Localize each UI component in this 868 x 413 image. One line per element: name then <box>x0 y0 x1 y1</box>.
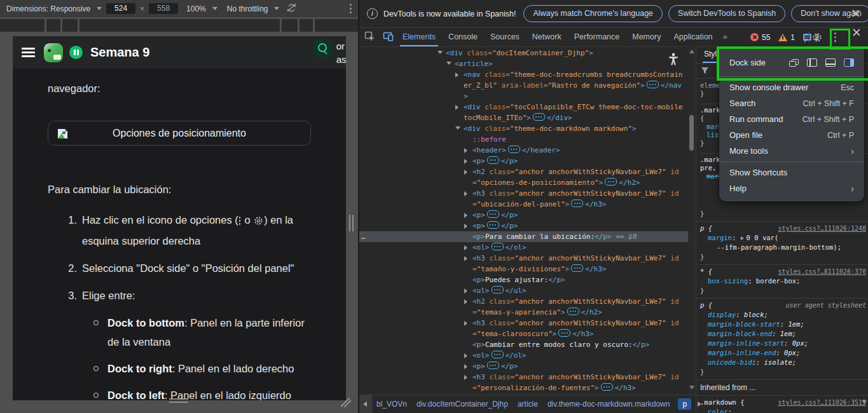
viewport-width-input[interactable]: 524 <box>106 3 135 14</box>
error-count[interactable]: 55 <box>762 33 770 42</box>
tree-row[interactable]: <p></p> <box>359 220 696 231</box>
media-query-bar[interactable] <box>0 18 358 33</box>
pause-badge-icon[interactable] <box>69 46 83 59</box>
tree-row[interactable]: <p></p> <box>359 156 696 166</box>
scrollbar-thumb[interactable] <box>689 115 694 151</box>
device-toolbar-menu-icon[interactable] <box>350 4 352 13</box>
tree-row[interactable]: <div class="theme-doc-markdown markdown"… <box>359 123 696 134</box>
expand-inline-icon[interactable] <box>533 113 545 121</box>
css-rule[interactable]: .markdown {styles.css?…111026:3515color:… <box>696 395 868 413</box>
media-query-segment[interactable] <box>315 19 358 32</box>
expand-inline-icon[interactable] <box>492 243 504 250</box>
menu-item-more-tools[interactable]: More tools› <box>719 143 864 159</box>
menu-item-open-file[interactable]: Open fileCtrl + P <box>719 127 864 143</box>
media-query-segment[interactable] <box>0 19 45 32</box>
throttling-select[interactable]: No throttling <box>227 4 268 13</box>
menu-item-show-shortcuts[interactable]: Show Shortcuts <box>719 165 864 180</box>
viewport-height-input[interactable]: 558 <box>149 3 178 14</box>
tree-row[interactable]: ::before <box>359 134 696 145</box>
scroll-down-icon[interactable] <box>689 386 694 389</box>
tree-row[interactable]: <header></header> <box>359 145 696 156</box>
infobar-button[interactable]: Switch DevTools to Spanish <box>668 5 785 22</box>
tree-row[interactable]: <ol></ol> <box>359 350 696 361</box>
media-query-segment[interactable] <box>300 19 313 32</box>
expand-inline-icon[interactable] <box>492 286 504 294</box>
stylesheet-link[interactable]: styles.css?…8111026:370 <box>778 267 866 276</box>
tree-row[interactable]: <div class="docItemContainer_Djhp"> <box>359 48 696 58</box>
expand-inline-icon[interactable] <box>492 351 504 358</box>
expand-inline-icon[interactable] <box>487 210 499 218</box>
expand-inline-icon[interactable] <box>487 362 499 369</box>
expand-arrow-icon[interactable] <box>464 299 467 304</box>
inspect-element-icon[interactable] <box>364 31 376 46</box>
stylesheet-link[interactable]: styles.css?…111026:3515 <box>778 398 866 407</box>
tab-console[interactable]: Console <box>442 28 484 46</box>
menu-item-show-console-drawer[interactable]: Show console drawerEsc <box>719 79 864 95</box>
settings-gear-icon[interactable] <box>812 28 822 46</box>
expand-arrow-icon[interactable] <box>464 170 467 175</box>
elements-scrollbar[interactable] <box>688 46 696 395</box>
tab-sources[interactable]: Sources <box>484 28 526 46</box>
tree-row[interactable]: <h3 class="anchor anchorWithStickyNavbar… <box>359 372 696 393</box>
breadcrumb-clipped[interactable]: bl_VOVn <box>376 400 407 409</box>
infobar-button[interactable]: Always match Chrome's language <box>523 5 663 22</box>
expand-inline-icon[interactable] <box>571 200 583 207</box>
expand-inline-icon[interactable] <box>508 146 520 153</box>
tree-row[interactable]: <p>Cambiar entre modos claro y oscuro:</… <box>359 339 696 350</box>
css-rule[interactable]: } <box>696 207 868 221</box>
media-query-segment[interactable] <box>46 19 60 32</box>
zoom-select[interactable]: 100% <box>186 4 206 13</box>
scroll-up-icon[interactable] <box>689 50 694 53</box>
expand-arrow-icon[interactable] <box>464 245 467 250</box>
tree-row[interactable]: <nav class="theme-doc-breadcrumbs breadc… <box>359 69 696 102</box>
expand-inline-icon[interactable] <box>567 308 579 315</box>
tree-row[interactable]: <h3 class="anchor anchorWithStickyNavbar… <box>359 253 696 274</box>
menu-item-search[interactable]: SearchCtrl + Shift + F <box>719 95 864 111</box>
tree-row[interactable]: <p></p> <box>359 361 696 372</box>
search-icon[interactable] <box>313 39 333 58</box>
expand-arrow-icon[interactable] <box>464 148 467 153</box>
tab-elements[interactable]: Elements <box>396 28 442 46</box>
tree-row[interactable]: <h3 class="anchor anchorWithStickyNavbar… <box>359 188 696 210</box>
tree-row[interactable]: <ol></ol> <box>359 242 696 253</box>
menu-item-help[interactable]: Help› <box>719 180 864 196</box>
tree-row[interactable]: <article> <box>359 58 696 69</box>
infobar-close-icon[interactable] <box>851 9 860 18</box>
styles-scroll-down-icon[interactable] <box>862 400 867 404</box>
collapse-arrow-icon[interactable] <box>437 51 443 54</box>
media-query-segment[interactable] <box>282 19 298 32</box>
expand-value-icon[interactable] <box>741 236 744 240</box>
css-rule[interactable]: * {styles.css?…8111026:370box-sizing: bo… <box>696 264 868 298</box>
breadcrumb-scroll-left-icon[interactable] <box>359 395 373 413</box>
breadcrumb-item[interactable]: div.theme-doc-markdown.markdown <box>548 400 670 409</box>
expand-arrow-icon[interactable] <box>464 224 467 229</box>
tree-row[interactable]: <p>En la mayoría de navegadores puedes a… <box>359 393 696 395</box>
expand-arrow-icon[interactable] <box>464 159 467 164</box>
site-logo[interactable] <box>44 43 63 62</box>
filter-funnel-icon[interactable] <box>701 65 709 77</box>
breadcrumb-selected[interactable]: p <box>678 398 691 410</box>
expand-inline-icon[interactable] <box>647 81 659 88</box>
tree-row[interactable]: <ul></ul> <box>359 285 696 296</box>
expand-inline-icon[interactable] <box>487 156 499 164</box>
stylesheet-link[interactable]: styles.css?…111026:1248 <box>778 224 866 233</box>
expand-inline-icon[interactable] <box>571 264 583 272</box>
expand-arrow-icon[interactable] <box>455 105 458 110</box>
media-query-segment[interactable] <box>79 19 280 32</box>
devtools-close-icon[interactable] <box>852 28 861 46</box>
breadcrumb-item[interactable]: div.docItemContainer_Djhp <box>417 400 508 409</box>
menu-item-run-command[interactable]: Run commandCtrl + Shift + P <box>719 111 864 127</box>
warning-count[interactable]: 1 <box>790 33 795 42</box>
expand-arrow-icon[interactable] <box>464 256 467 261</box>
expand-arrow-icon[interactable] <box>464 213 467 218</box>
expand-arrow-icon[interactable] <box>464 321 467 326</box>
more-tabs-button[interactable]: » <box>719 28 731 46</box>
toggle-device-toolbar-icon[interactable] <box>383 31 394 46</box>
expand-arrow-icon[interactable] <box>464 288 467 294</box>
node-menu-icon[interactable]: … <box>361 231 366 242</box>
expand-inline-icon[interactable] <box>601 383 613 391</box>
issues-icon[interactable] <box>803 34 811 41</box>
css-rule[interactable]: p {user agent stylesheetdisplay: block;m… <box>696 298 868 379</box>
tab-network[interactable]: Network <box>526 28 568 46</box>
hamburger-menu-icon[interactable] <box>22 48 35 57</box>
